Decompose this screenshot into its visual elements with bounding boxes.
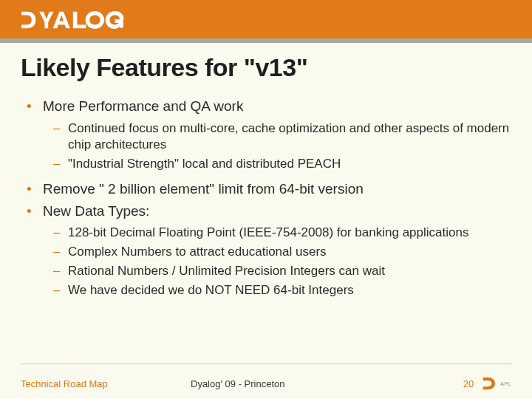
header-bar	[0, 0, 532, 38]
slide-body: Likely Features for "v13" More Performan…	[0, 43, 532, 299]
footer-center-text: Dyalog' 09 - Princeton	[168, 378, 445, 389]
bullet-item: New Data Types: 128-bit Decimal Floating…	[21, 202, 511, 299]
bullet-text: New Data Types:	[43, 203, 149, 219]
sub-item: Complex Numbers to attract educational u…	[43, 244, 511, 260]
sub-list: Continued focus on multi-core, cache opt…	[43, 120, 511, 172]
apl-mark: APL	[500, 381, 511, 386]
bullet-list: More Performance and QA work Continued f…	[21, 97, 511, 299]
sub-item: 128-bit Decimal Floating Point (IEEE-754…	[43, 225, 511, 241]
sub-item: Continued focus on multi-core, cache opt…	[43, 120, 511, 153]
bullet-item: Remove " 2 billion element" limit from 6…	[21, 180, 511, 199]
sub-list: 128-bit Decimal Floating Point (IEEE-754…	[43, 225, 511, 299]
page-number: 20	[463, 378, 474, 389]
bullet-text: Remove " 2 billion element" limit from 6…	[43, 181, 364, 197]
sub-item: We have decided we do NOT NEED 64-bit In…	[43, 282, 511, 299]
bullet-text: More Performance and QA work	[43, 98, 243, 114]
footer-right: 20 APL	[445, 375, 511, 392]
sub-item: "Industrial Strength" local and distribu…	[43, 156, 511, 172]
bullet-item: More Performance and QA work Continued f…	[21, 97, 511, 172]
footer-divider	[21, 364, 511, 364]
slide-footer: Technical Road Map Dyalog' 09 - Princeto…	[0, 364, 532, 399]
slide-title: Likely Features for "v13"	[21, 53, 511, 82]
footer-left-text: Technical Road Map	[21, 378, 168, 389]
dyalog-logo	[19, 7, 137, 33]
sub-item: Rational Numbers / Unlimited Precision I…	[43, 263, 511, 279]
footer-logo-icon: APL	[481, 375, 511, 392]
